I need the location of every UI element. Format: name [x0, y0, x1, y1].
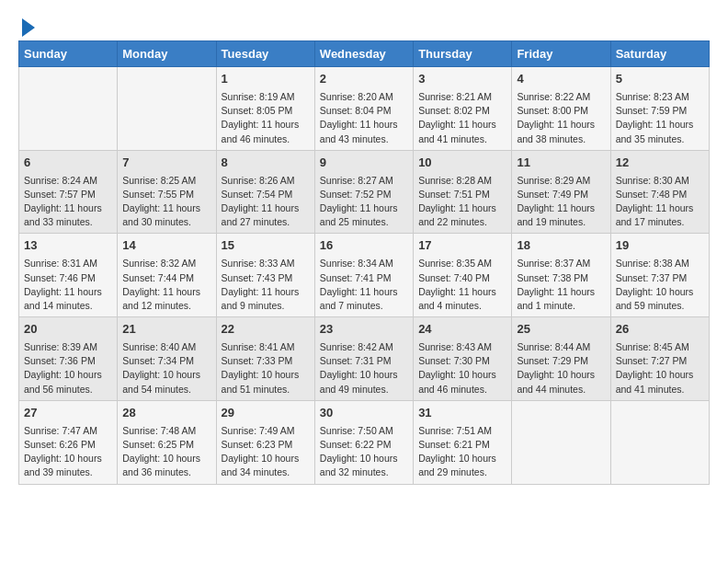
- page-header: [18, 15, 710, 37]
- calendar-cell: 20Sunrise: 8:39 AM Sunset: 7:36 PM Dayli…: [19, 317, 118, 401]
- day-info: Sunrise: 8:26 AM Sunset: 7:54 PM Dayligh…: [222, 174, 310, 230]
- calendar-week-row: 27Sunrise: 7:47 AM Sunset: 6:26 PM Dayli…: [19, 400, 710, 484]
- calendar-cell: 7Sunrise: 8:25 AM Sunset: 7:55 PM Daylig…: [118, 150, 216, 234]
- calendar-cell: 24Sunrise: 8:43 AM Sunset: 7:30 PM Dayli…: [414, 317, 512, 401]
- day-number: 27: [24, 405, 112, 422]
- day-info: Sunrise: 7:48 AM Sunset: 6:25 PM Dayligh…: [122, 424, 210, 480]
- day-number: 11: [517, 155, 605, 172]
- calendar-cell: 4Sunrise: 8:22 AM Sunset: 8:00 PM Daylig…: [512, 67, 610, 151]
- calendar-cell: 14Sunrise: 8:32 AM Sunset: 7:44 PM Dayli…: [118, 234, 216, 317]
- day-number: 10: [418, 155, 506, 172]
- day-number: 13: [24, 237, 112, 255]
- calendar-cell: [118, 67, 216, 151]
- calendar-cell: 25Sunrise: 8:44 AM Sunset: 7:29 PM Dayli…: [512, 317, 610, 401]
- calendar-cell: 3Sunrise: 8:21 AM Sunset: 8:02 PM Daylig…: [414, 67, 512, 151]
- day-info: Sunrise: 7:51 AM Sunset: 6:21 PM Dayligh…: [418, 424, 506, 480]
- day-info: Sunrise: 8:44 AM Sunset: 7:29 PM Dayligh…: [517, 340, 605, 396]
- day-number: 18: [517, 237, 605, 255]
- calendar-cell: 15Sunrise: 8:33 AM Sunset: 7:43 PM Dayli…: [216, 234, 314, 317]
- day-number: 17: [418, 237, 506, 255]
- day-info: Sunrise: 8:28 AM Sunset: 7:51 PM Dayligh…: [418, 174, 506, 230]
- day-info: Sunrise: 8:41 AM Sunset: 7:33 PM Dayligh…: [222, 340, 310, 396]
- calendar-header-row: SundayMondayTuesdayWednesdayThursdayFrid…: [19, 41, 710, 67]
- calendar-cell: 17Sunrise: 8:35 AM Sunset: 7:40 PM Dayli…: [414, 234, 512, 317]
- day-number: 30: [320, 405, 408, 422]
- day-number: 20: [24, 321, 112, 339]
- calendar-cell: 27Sunrise: 7:47 AM Sunset: 6:26 PM Dayli…: [19, 400, 118, 484]
- day-header-sunday: Sunday: [19, 41, 118, 67]
- day-info: Sunrise: 8:29 AM Sunset: 7:49 PM Dayligh…: [517, 174, 605, 230]
- calendar-cell: 16Sunrise: 8:34 AM Sunset: 7:41 PM Dayli…: [314, 234, 413, 317]
- day-header-friday: Friday: [512, 41, 610, 67]
- logo: [18, 15, 35, 37]
- day-info: Sunrise: 8:24 AM Sunset: 7:57 PM Dayligh…: [24, 174, 112, 230]
- calendar-cell: 18Sunrise: 8:37 AM Sunset: 7:38 PM Dayli…: [512, 234, 610, 317]
- calendar-cell: [512, 400, 610, 484]
- calendar-week-row: 20Sunrise: 8:39 AM Sunset: 7:36 PM Dayli…: [19, 317, 710, 401]
- day-info: Sunrise: 8:34 AM Sunset: 7:41 PM Dayligh…: [320, 257, 408, 313]
- day-info: Sunrise: 8:38 AM Sunset: 7:37 PM Dayligh…: [616, 257, 704, 313]
- day-header-saturday: Saturday: [610, 41, 709, 67]
- calendar-cell: 8Sunrise: 8:26 AM Sunset: 7:54 PM Daylig…: [216, 150, 314, 234]
- calendar-cell: [19, 67, 118, 151]
- calendar-cell: 1Sunrise: 8:19 AM Sunset: 8:05 PM Daylig…: [216, 67, 314, 151]
- day-number: 25: [517, 321, 605, 339]
- calendar-cell: 30Sunrise: 7:50 AM Sunset: 6:22 PM Dayli…: [314, 400, 413, 484]
- calendar-cell: 21Sunrise: 8:40 AM Sunset: 7:34 PM Dayli…: [118, 317, 216, 401]
- calendar-cell: 13Sunrise: 8:31 AM Sunset: 7:46 PM Dayli…: [19, 234, 118, 317]
- day-number: 14: [122, 237, 210, 255]
- day-info: Sunrise: 8:19 AM Sunset: 8:05 PM Dayligh…: [222, 90, 310, 146]
- day-info: Sunrise: 8:35 AM Sunset: 7:40 PM Dayligh…: [418, 257, 506, 313]
- calendar-cell: 12Sunrise: 8:30 AM Sunset: 7:48 PM Dayli…: [610, 150, 709, 234]
- calendar-week-row: 1Sunrise: 8:19 AM Sunset: 8:05 PM Daylig…: [19, 67, 710, 151]
- day-number: 31: [418, 405, 506, 422]
- day-info: Sunrise: 7:47 AM Sunset: 6:26 PM Dayligh…: [24, 424, 112, 480]
- calendar-cell: 29Sunrise: 7:49 AM Sunset: 6:23 PM Dayli…: [216, 400, 314, 484]
- day-info: Sunrise: 7:49 AM Sunset: 6:23 PM Dayligh…: [222, 424, 310, 480]
- day-info: Sunrise: 7:50 AM Sunset: 6:22 PM Dayligh…: [320, 424, 408, 480]
- calendar-cell: 23Sunrise: 8:42 AM Sunset: 7:31 PM Dayli…: [314, 317, 413, 401]
- calendar-week-row: 6Sunrise: 8:24 AM Sunset: 7:57 PM Daylig…: [19, 150, 710, 234]
- day-number: 2: [320, 71, 408, 88]
- day-info: Sunrise: 8:27 AM Sunset: 7:52 PM Dayligh…: [320, 174, 408, 230]
- day-number: 7: [122, 155, 210, 172]
- day-info: Sunrise: 8:43 AM Sunset: 7:30 PM Dayligh…: [418, 340, 506, 396]
- calendar-cell: 19Sunrise: 8:38 AM Sunset: 7:37 PM Dayli…: [610, 234, 709, 317]
- day-info: Sunrise: 8:22 AM Sunset: 8:00 PM Dayligh…: [517, 90, 605, 146]
- day-number: 23: [320, 321, 408, 339]
- calendar-cell: 5Sunrise: 8:23 AM Sunset: 7:59 PM Daylig…: [610, 67, 709, 151]
- day-number: 5: [616, 71, 704, 88]
- day-number: 3: [418, 71, 506, 88]
- calendar-cell: 22Sunrise: 8:41 AM Sunset: 7:33 PM Dayli…: [216, 317, 314, 401]
- day-number: 22: [222, 321, 310, 339]
- day-header-monday: Monday: [118, 41, 216, 67]
- day-number: 12: [616, 155, 704, 172]
- day-number: 21: [122, 321, 210, 339]
- day-number: 8: [222, 155, 310, 172]
- day-info: Sunrise: 8:40 AM Sunset: 7:34 PM Dayligh…: [122, 340, 210, 396]
- calendar-cell: 10Sunrise: 8:28 AM Sunset: 7:51 PM Dayli…: [414, 150, 512, 234]
- day-number: 28: [122, 405, 210, 422]
- day-number: 1: [222, 71, 310, 88]
- calendar-cell: [610, 400, 709, 484]
- day-info: Sunrise: 8:20 AM Sunset: 8:04 PM Dayligh…: [320, 90, 408, 146]
- calendar-cell: 6Sunrise: 8:24 AM Sunset: 7:57 PM Daylig…: [19, 150, 118, 234]
- day-info: Sunrise: 8:21 AM Sunset: 8:02 PM Dayligh…: [418, 90, 506, 146]
- day-info: Sunrise: 8:33 AM Sunset: 7:43 PM Dayligh…: [222, 257, 310, 313]
- calendar-cell: 31Sunrise: 7:51 AM Sunset: 6:21 PM Dayli…: [414, 400, 512, 484]
- day-number: 24: [418, 321, 506, 339]
- day-header-tuesday: Tuesday: [216, 41, 314, 67]
- day-number: 19: [616, 237, 704, 255]
- calendar-week-row: 13Sunrise: 8:31 AM Sunset: 7:46 PM Dayli…: [19, 234, 710, 317]
- day-info: Sunrise: 8:30 AM Sunset: 7:48 PM Dayligh…: [616, 174, 704, 230]
- day-number: 6: [24, 155, 112, 172]
- day-number: 29: [222, 405, 310, 422]
- day-info: Sunrise: 8:39 AM Sunset: 7:36 PM Dayligh…: [24, 340, 112, 396]
- day-header-wednesday: Wednesday: [314, 41, 413, 67]
- calendar-cell: 11Sunrise: 8:29 AM Sunset: 7:49 PM Dayli…: [512, 150, 610, 234]
- calendar-cell: 26Sunrise: 8:45 AM Sunset: 7:27 PM Dayli…: [610, 317, 709, 401]
- day-info: Sunrise: 8:25 AM Sunset: 7:55 PM Dayligh…: [122, 174, 210, 230]
- day-info: Sunrise: 8:45 AM Sunset: 7:27 PM Dayligh…: [616, 340, 704, 396]
- day-header-thursday: Thursday: [414, 41, 512, 67]
- calendar-cell: 2Sunrise: 8:20 AM Sunset: 8:04 PM Daylig…: [314, 67, 413, 151]
